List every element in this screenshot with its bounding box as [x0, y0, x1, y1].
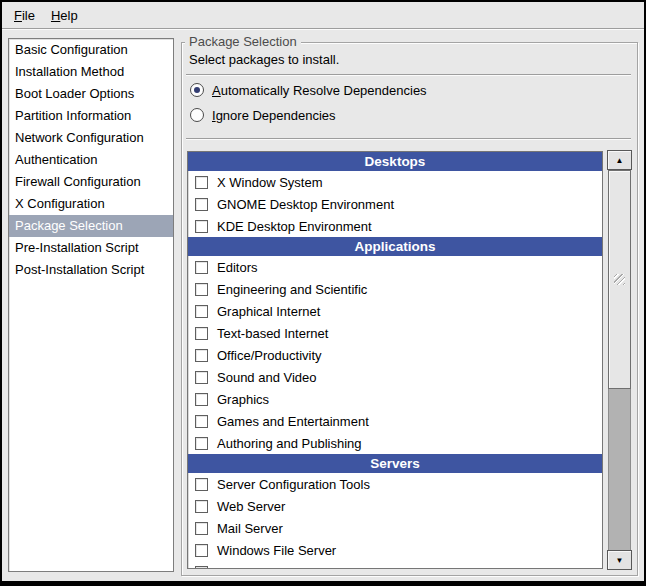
- package-label: Text-based Internet: [217, 326, 328, 341]
- checkbox-icon[interactable]: [195, 437, 208, 450]
- radio-auto-resolve-dependencies[interactable]: Automatically Resolve Dependencies: [190, 79, 427, 101]
- package-row-office-productivity[interactable]: Office/Productivity: [188, 344, 602, 366]
- checkbox-icon[interactable]: [195, 198, 208, 211]
- package-row-sound-and-video[interactable]: Sound and Video: [188, 366, 602, 388]
- package-label: KDE Desktop Environment: [217, 219, 372, 234]
- package-label: Server Configuration Tools: [217, 477, 370, 492]
- radio-ignore-dependencies[interactable]: Ignore Dependencies: [190, 104, 336, 126]
- package-row-text-based-internet[interactable]: Text-based Internet: [188, 322, 602, 344]
- checkbox-icon[interactable]: [195, 544, 208, 557]
- checkbox-icon[interactable]: [195, 478, 208, 491]
- package-row-mail-server[interactable]: Mail Server: [188, 517, 602, 539]
- scrollbar-track[interactable]: [608, 170, 631, 550]
- package-label: X Window System: [217, 175, 322, 190]
- radio-button-icon[interactable]: [190, 83, 204, 97]
- sidebar-item-pre-installation-script[interactable]: Pre-Installation Script: [9, 237, 173, 259]
- checkbox-icon[interactable]: [195, 500, 208, 513]
- package-label: Authoring and Publishing: [217, 436, 362, 451]
- sidebar-item-x-configuration[interactable]: X Configuration: [9, 193, 173, 215]
- menu-help-label: elp: [60, 8, 77, 23]
- radio-label: Automatically Resolve Dependencies: [212, 83, 427, 98]
- package-list: Desktops X Window System GNOME Desktop E…: [187, 151, 603, 569]
- checkbox-icon[interactable]: [195, 566, 208, 570]
- checkbox-icon[interactable]: [195, 393, 208, 406]
- screenshot-root: File Help Basic Configuration Installati…: [0, 0, 646, 586]
- package-label: Graphical Internet: [217, 304, 320, 319]
- package-row-authoring-publishing[interactable]: Authoring and Publishing: [188, 432, 602, 454]
- sidebar-item-post-installation-script[interactable]: Post-Installation Script: [9, 259, 173, 281]
- sidebar-item-boot-loader-options[interactable]: Boot Loader Options: [9, 83, 173, 105]
- sidebar-item-authentication[interactable]: Authentication: [9, 149, 173, 171]
- checkbox-icon[interactable]: [195, 327, 208, 340]
- checkbox-icon[interactable]: [195, 522, 208, 535]
- radio-label: Ignore Dependencies: [212, 108, 336, 123]
- package-row-x-window-system[interactable]: X Window System: [188, 171, 602, 193]
- radio-label-rest: utomatically Resolve Dependencies: [221, 83, 427, 98]
- sidebar-list: Basic Configuration Installation Method …: [8, 38, 174, 572]
- package-row-server-configuration-tools[interactable]: Server Configuration Tools: [188, 473, 602, 495]
- package-row-graphics[interactable]: Graphics: [188, 388, 602, 410]
- package-row-web-server[interactable]: Web Server: [188, 495, 602, 517]
- package-row-partial[interactable]: [188, 561, 602, 569]
- menu-help[interactable]: Help: [43, 4, 86, 27]
- package-label: Office/Productivity: [217, 348, 322, 363]
- sidebar-item-firewall-configuration[interactable]: Firewall Configuration: [9, 171, 173, 193]
- vertical-scrollbar: ▲ ▼: [607, 150, 632, 570]
- frame-title: Package Selection: [185, 34, 301, 49]
- package-label: Editors: [217, 260, 257, 275]
- group-header-desktops: Desktops: [188, 152, 602, 171]
- checkbox-icon[interactable]: [195, 261, 208, 274]
- package-row-windows-file-server[interactable]: Windows File Server: [188, 539, 602, 561]
- checkbox-icon[interactable]: [195, 176, 208, 189]
- checkbox-icon[interactable]: [195, 415, 208, 428]
- menu-file-label: ile: [22, 8, 35, 23]
- package-label: Mail Server: [217, 521, 283, 536]
- separator: [186, 138, 631, 140]
- menu-file[interactable]: File: [6, 4, 43, 27]
- menu-help-mnemonic: H: [51, 8, 60, 23]
- scroll-up-button[interactable]: ▲: [607, 150, 632, 170]
- package-label: Graphics: [217, 392, 269, 407]
- package-label: Web Server: [217, 499, 285, 514]
- scroll-down-button[interactable]: ▼: [607, 550, 632, 570]
- checkbox-icon[interactable]: [195, 283, 208, 296]
- app-window: File Help Basic Configuration Installati…: [2, 2, 644, 581]
- arrow-up-icon: ▲: [616, 156, 624, 165]
- sidebar-item-partition-information[interactable]: Partition Information: [9, 105, 173, 127]
- scrollbar-thumb[interactable]: [608, 170, 631, 389]
- package-label: GNOME Desktop Environment: [217, 197, 394, 212]
- package-row-games-entertainment[interactable]: Games and Entertainment: [188, 410, 602, 432]
- package-label: Engineering and Scientific: [217, 282, 367, 297]
- package-label: Windows File Server: [217, 543, 336, 558]
- checkbox-icon[interactable]: [195, 349, 208, 362]
- sidebar-item-installation-method[interactable]: Installation Method: [9, 61, 173, 83]
- package-row-engineering-scientific[interactable]: Engineering and Scientific: [188, 278, 602, 300]
- package-row-graphical-internet[interactable]: Graphical Internet: [188, 300, 602, 322]
- menubar: File Help: [2, 2, 644, 28]
- radio-label-rest: gnore Dependencies: [216, 108, 336, 123]
- package-label: Sound and Video: [217, 370, 317, 385]
- radio-mnemonic: A: [212, 83, 221, 98]
- checkbox-icon[interactable]: [195, 305, 208, 318]
- separator: [186, 74, 631, 76]
- arrow-down-icon: ▼: [616, 556, 624, 565]
- checkbox-icon[interactable]: [195, 371, 208, 384]
- sidebar-item-network-configuration[interactable]: Network Configuration: [9, 127, 173, 149]
- sidebar-item-basic-configuration[interactable]: Basic Configuration: [9, 39, 173, 61]
- package-row-kde-desktop[interactable]: KDE Desktop Environment: [188, 215, 602, 237]
- group-header-servers: Servers: [188, 454, 602, 473]
- sidebar-item-package-selection[interactable]: Package Selection: [9, 215, 173, 237]
- menubar-separator: [2, 28, 644, 30]
- menu-file-mnemonic: F: [14, 8, 22, 23]
- package-row-editors[interactable]: Editors: [188, 256, 602, 278]
- package-label: Games and Entertainment: [217, 414, 369, 429]
- package-selection-frame: Package Selection Select packages to ins…: [181, 42, 638, 576]
- instruction-text: Select packages to install.: [189, 52, 339, 67]
- group-header-applications: Applications: [188, 237, 602, 256]
- radio-button-icon[interactable]: [190, 108, 204, 122]
- package-row-gnome-desktop[interactable]: GNOME Desktop Environment: [188, 193, 602, 215]
- checkbox-icon[interactable]: [195, 220, 208, 233]
